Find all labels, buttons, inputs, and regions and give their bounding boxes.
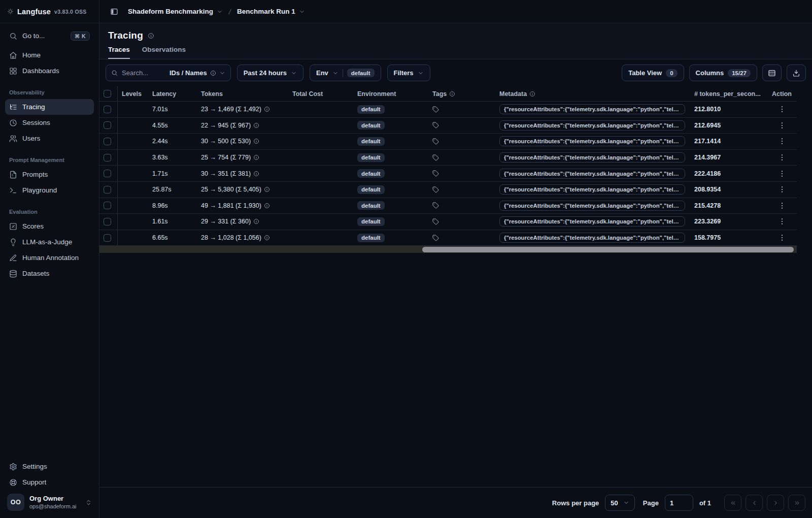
breadcrumb-org[interactable]: Shadeform Benchmarking <box>128 8 223 15</box>
row-actions-button[interactable] <box>775 183 789 196</box>
table-row[interactable]: 4.55s 22 → 945 (Σ 967) default {"resourc… <box>99 118 797 134</box>
sidebar-item-datasets[interactable]: Datasets <box>5 266 94 281</box>
next-page-button[interactable] <box>767 495 784 511</box>
org-switcher[interactable]: OO Org Owner ops@shadeform.ai <box>5 490 94 513</box>
sidebar-item-sessions[interactable]: Sessions <box>5 115 94 131</box>
row-checkbox[interactable] <box>104 121 111 129</box>
sidebar-item-support[interactable]: Support <box>5 474 94 490</box>
breadcrumb-project[interactable]: Benchmark Run 1 <box>237 8 305 15</box>
row-checkbox[interactable] <box>104 106 111 113</box>
sidebar-item-llm-as-a-judge[interactable]: LLM-as-a-Judge <box>5 234 94 250</box>
row-actions-button[interactable] <box>775 103 789 116</box>
sidebar-item-settings[interactable]: Settings <box>5 459 94 474</box>
table-view-button[interactable]: Table View 0 <box>622 64 684 81</box>
select-all-checkbox[interactable] <box>104 90 111 98</box>
sidebar-item-human-annotation[interactable]: Human Annotation <box>5 250 94 266</box>
info-icon[interactable] <box>253 138 259 144</box>
tag-icon[interactable] <box>432 218 439 225</box>
previous-page-button[interactable] <box>746 495 763 511</box>
info-icon[interactable] <box>253 122 259 128</box>
table-row[interactable]: 8.96s 49 → 1,881 (Σ 1,930) default {"res… <box>99 198 797 214</box>
toggle-sidebar-button[interactable] <box>107 4 122 19</box>
sidebar-item-tracing[interactable]: Tracing <box>5 99 94 115</box>
first-page-button[interactable] <box>724 495 741 511</box>
tag-icon[interactable] <box>432 186 439 193</box>
table-row[interactable]: 1.71s 30 → 351 (Σ 381) default {"resourc… <box>99 166 797 182</box>
page-number-input[interactable] <box>665 495 693 511</box>
row-checkbox[interactable] <box>104 234 111 242</box>
row-checkbox[interactable] <box>104 186 111 193</box>
tab-observations[interactable]: Observations <box>142 46 186 59</box>
table-row[interactable]: 7.01s 23 → 1,469 (Σ 1,492) default {"res… <box>99 102 797 118</box>
row-actions-button[interactable] <box>775 151 789 164</box>
sidebar-item-goto[interactable]: Go to... ⌘ K <box>5 28 94 44</box>
table-row[interactable]: 3.63s 25 → 754 (Σ 779) default {"resourc… <box>99 150 797 166</box>
table-row[interactable]: 2.44s 30 → 500 (Σ 530) default {"resourc… <box>99 134 797 150</box>
row-actions-button[interactable] <box>775 199 789 212</box>
horizontal-scrollbar[interactable] <box>99 246 797 253</box>
info-icon[interactable] <box>253 154 259 160</box>
row-height-button[interactable] <box>762 64 782 81</box>
row-checkbox[interactable] <box>104 154 111 161</box>
sidebar-item-users[interactable]: Users <box>5 131 94 146</box>
sidebar-item-dashboards[interactable]: Dashboards <box>5 63 94 79</box>
column-header-latency[interactable]: Latency <box>148 90 197 98</box>
info-icon[interactable] <box>148 33 154 39</box>
info-icon[interactable] <box>264 203 270 209</box>
environment-badge: default <box>357 169 385 178</box>
table-row[interactable]: 1.61s 29 → 331 (Σ 360) default {"resourc… <box>99 214 797 230</box>
tag-icon[interactable] <box>432 138 439 145</box>
column-header-tokens[interactable]: Tokens <box>197 90 288 98</box>
org-meta: Org Owner ops@shadeform.ai <box>29 495 80 510</box>
row-actions-button[interactable] <box>775 231 789 244</box>
column-header-total-cost[interactable]: Total Cost <box>288 90 353 98</box>
column-header-tags[interactable]: Tags <box>428 90 495 98</box>
sidebar-item-home[interactable]: Home <box>5 47 94 63</box>
search-box[interactable]: IDs / Names <box>106 64 231 81</box>
column-header-environment[interactable]: Environment <box>353 90 428 98</box>
tag-icon[interactable] <box>432 202 439 209</box>
sidebar-item-playground[interactable]: Playground <box>5 182 94 198</box>
row-actions-button[interactable] <box>775 215 789 228</box>
info-icon[interactable] <box>264 106 270 112</box>
tag-icon[interactable] <box>432 106 439 113</box>
environment-cell: default <box>353 201 428 210</box>
info-icon[interactable] <box>264 235 270 241</box>
table-row[interactable]: 25.87s 25 → 5,380 (Σ 5,405) default {"re… <box>99 182 797 198</box>
scrollbar-thumb[interactable] <box>422 247 794 252</box>
info-icon[interactable] <box>253 218 259 224</box>
row-actions-button[interactable] <box>775 119 789 132</box>
info-icon[interactable] <box>253 171 259 177</box>
search-mode-dropdown[interactable]: IDs / Names <box>170 69 225 77</box>
export-button[interactable] <box>787 64 806 81</box>
row-checkbox[interactable] <box>104 138 111 145</box>
row-checkbox[interactable] <box>104 170 111 177</box>
column-header-tokens-per-second[interactable]: # tokens_per_secon... <box>690 90 768 98</box>
sidebar-item-prompts[interactable]: Prompts <box>5 167 94 182</box>
environment-filter[interactable]: Env default <box>310 64 381 81</box>
row-checkbox[interactable] <box>104 218 111 225</box>
columns-button[interactable]: Columns 15/27 <box>689 64 757 81</box>
tag-icon[interactable] <box>432 235 439 241</box>
info-icon[interactable] <box>264 186 270 192</box>
tags-header-label: Tags <box>432 90 447 98</box>
tokens-value: 23 → 1,469 (Σ 1,492) <box>201 106 261 113</box>
rows-per-page-select[interactable]: 50 <box>605 495 634 511</box>
row-actions-button[interactable] <box>775 135 789 148</box>
table-row[interactable]: 6.65s 28 → 1,028 (Σ 1,056) default {"res… <box>99 230 797 246</box>
sidebar-item-scores[interactable]: Scores <box>5 218 94 234</box>
column-header-metadata[interactable]: Metadata <box>495 90 690 98</box>
tab-traces[interactable]: Traces <box>108 46 130 59</box>
time-range-select[interactable]: Past 24 hours <box>237 64 303 81</box>
tag-icon[interactable] <box>432 170 439 177</box>
environment-filter-value: default <box>347 69 375 77</box>
column-header-levels[interactable]: Levels <box>118 90 148 98</box>
last-page-button[interactable] <box>788 495 805 511</box>
filters-dropdown[interactable]: Filters <box>387 64 430 81</box>
row-actions-button[interactable] <box>775 167 789 180</box>
search-input[interactable] <box>122 69 165 77</box>
row-checkbox[interactable] <box>104 202 111 209</box>
tag-icon[interactable] <box>432 122 439 128</box>
tag-icon[interactable] <box>432 154 439 161</box>
metadata-cell: {"resourceAttributes":{"telemetry.sdk.la… <box>495 233 690 243</box>
